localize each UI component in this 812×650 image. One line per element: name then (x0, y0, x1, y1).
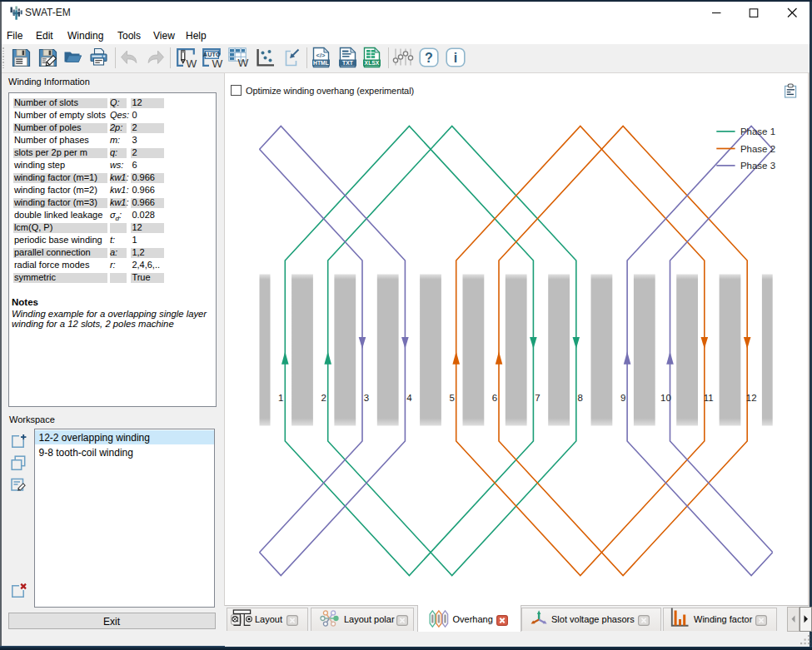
svg-text:HTML: HTML (313, 60, 329, 66)
svg-text:12: 12 (746, 393, 757, 403)
svg-text:5: 5 (449, 393, 454, 403)
svg-text:Phase 2: Phase 2 (740, 144, 775, 154)
svg-text:1: 1 (278, 393, 283, 403)
svg-text:9: 9 (620, 393, 625, 403)
svg-text:W: W (238, 57, 249, 69)
svg-text:?: ? (425, 51, 433, 65)
svg-text:7: 7 (535, 393, 540, 403)
svg-text:3: 3 (364, 393, 369, 403)
svg-text:XLSX: XLSX (365, 60, 380, 66)
svg-text:</>: </> (316, 52, 326, 59)
svg-text:W: W (187, 57, 197, 70)
svg-text:Phase 3: Phase 3 (740, 161, 775, 171)
svg-text:i: i (454, 51, 457, 65)
svg-text:6: 6 (492, 393, 497, 403)
svg-text:4: 4 (406, 393, 412, 403)
svg-text:8: 8 (578, 393, 583, 403)
svg-text:10: 10 (660, 393, 671, 403)
svg-text:TXT: TXT (342, 60, 354, 66)
svg-text:W: W (212, 57, 223, 70)
svg-text:Phase 1: Phase 1 (740, 127, 775, 136)
svg-text:2: 2 (321, 393, 326, 403)
svg-text:11: 11 (704, 393, 714, 403)
